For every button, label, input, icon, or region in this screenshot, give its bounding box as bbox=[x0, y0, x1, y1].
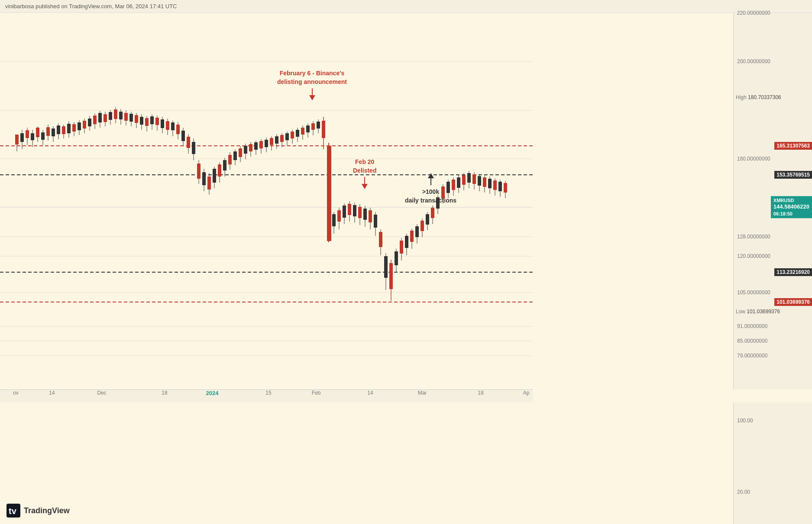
price-85: 85.00000000 bbox=[737, 338, 767, 344]
svg-rect-157 bbox=[379, 232, 382, 247]
svg-rect-17 bbox=[15, 135, 19, 145]
svg-rect-113 bbox=[265, 140, 268, 147]
price-axis: 220.00000000 200.00000000 High 180.70337… bbox=[733, 13, 812, 389]
svg-rect-155 bbox=[374, 215, 377, 228]
svg-rect-23 bbox=[31, 133, 34, 140]
svg-rect-51 bbox=[104, 114, 107, 122]
svg-rect-61 bbox=[129, 114, 133, 122]
price-badge-red-bottom: 101.03699376 bbox=[774, 298, 812, 306]
svg-rect-119 bbox=[280, 135, 284, 142]
svg-rect-189 bbox=[462, 175, 466, 185]
svg-rect-131 bbox=[311, 123, 315, 130]
svg-rect-169 bbox=[410, 231, 414, 242]
chart-container: vinibarbosa published on TradingView.com… bbox=[0, 0, 812, 524]
svg-rect-159 bbox=[384, 256, 388, 278]
svg-rect-105 bbox=[244, 146, 247, 154]
low-label: Low 101.03699376 bbox=[736, 309, 780, 315]
price-200: 200.00000000 bbox=[737, 58, 770, 64]
price-91: 91.00000000 bbox=[737, 323, 767, 329]
price-128: 128.00000000 bbox=[737, 234, 770, 240]
svg-rect-127 bbox=[301, 128, 304, 135]
svg-rect-95 bbox=[218, 164, 221, 177]
svg-rect-199 bbox=[488, 179, 492, 188]
svg-rect-55 bbox=[114, 109, 117, 119]
time-nov: ov bbox=[13, 390, 19, 396]
svg-rect-135 bbox=[322, 121, 325, 138]
svg-rect-101 bbox=[233, 151, 237, 160]
svg-rect-99 bbox=[228, 155, 232, 164]
current-price: 144.58406220 bbox=[773, 204, 809, 211]
time-14-nov: 14 bbox=[49, 390, 55, 396]
svg-rect-87 bbox=[197, 164, 201, 179]
time-14-feb: 14 bbox=[367, 390, 373, 396]
svg-rect-25 bbox=[36, 128, 39, 137]
svg-rect-73 bbox=[161, 119, 164, 128]
svg-rect-77 bbox=[171, 122, 175, 130]
current-price-badge: XMRUSD 144.58406220 06:18:50 bbox=[771, 196, 812, 218]
svg-rect-37 bbox=[67, 124, 71, 133]
svg-rect-63 bbox=[135, 115, 138, 123]
svg-rect-49 bbox=[98, 113, 102, 122]
svg-rect-45 bbox=[88, 119, 91, 126]
svg-rect-167 bbox=[405, 236, 408, 248]
vol-price-20: 20.00 bbox=[737, 489, 750, 495]
published-info: vinibarbosa published on TradingView.com… bbox=[5, 3, 177, 10]
svg-rect-21 bbox=[26, 130, 29, 138]
svg-rect-19 bbox=[20, 133, 24, 142]
svg-rect-71 bbox=[155, 118, 159, 125]
time-axis: ov 14 Dec 18 2024 15 Feb 14 Mar 18 Ap bbox=[0, 389, 533, 402]
price-160: 160.00000000 bbox=[737, 156, 770, 162]
transactions-annotation: >100k daily transactions bbox=[405, 173, 456, 205]
high-label: High 180.70337306 bbox=[736, 94, 781, 100]
svg-rect-149 bbox=[358, 207, 362, 218]
time-18-dec: 18 bbox=[162, 390, 167, 396]
svg-rect-35 bbox=[62, 126, 65, 134]
svg-rect-33 bbox=[57, 125, 60, 134]
time-feb: Feb bbox=[312, 390, 321, 396]
svg-rect-79 bbox=[176, 125, 180, 134]
svg-rect-111 bbox=[259, 141, 263, 148]
svg-rect-133 bbox=[317, 122, 320, 129]
svg-rect-53 bbox=[109, 112, 112, 120]
bottom-price-axis: 100.00 20.00 bbox=[733, 402, 812, 524]
svg-rect-163 bbox=[395, 251, 398, 265]
svg-rect-65 bbox=[140, 117, 143, 125]
price-105: 105.00000000 bbox=[737, 289, 770, 296]
svg-rect-81 bbox=[181, 131, 185, 141]
svg-rect-85 bbox=[192, 142, 195, 154]
price-badge-black-top: 153.35769515 bbox=[774, 171, 812, 179]
svg-rect-175 bbox=[426, 214, 429, 225]
svg-rect-173 bbox=[421, 221, 424, 231]
svg-rect-187 bbox=[457, 177, 460, 188]
svg-rect-31 bbox=[52, 129, 55, 136]
svg-rect-139 bbox=[332, 214, 336, 226]
current-time: 06:18:50 bbox=[773, 211, 809, 217]
price-79: 79.00000000 bbox=[737, 353, 767, 359]
svg-rect-177 bbox=[431, 208, 434, 218]
svg-rect-141 bbox=[337, 210, 341, 222]
svg-rect-147 bbox=[353, 205, 356, 216]
svg-rect-27 bbox=[41, 132, 45, 140]
svg-rect-29 bbox=[46, 127, 50, 136]
price-badge-red-top: 165.31307563 bbox=[774, 142, 812, 150]
svg-rect-191 bbox=[467, 173, 471, 183]
svg-rect-89 bbox=[202, 172, 206, 185]
feb20-annotation: Feb 20 Delisted bbox=[353, 158, 376, 193]
svg-rect-107 bbox=[249, 144, 252, 151]
svg-rect-41 bbox=[78, 122, 81, 130]
svg-rect-203 bbox=[498, 182, 502, 191]
svg-rect-67 bbox=[145, 118, 149, 126]
top-bar: vinibarbosa published on TradingView.com… bbox=[0, 0, 812, 13]
price-120: 120.00000000 bbox=[737, 253, 770, 259]
svg-rect-57 bbox=[119, 112, 123, 119]
price-220: 220.00000000 bbox=[737, 10, 770, 16]
svg-rect-69 bbox=[150, 116, 154, 124]
svg-rect-165 bbox=[400, 241, 403, 254]
time-2024: 2024 bbox=[206, 390, 219, 396]
svg-rect-193 bbox=[472, 174, 476, 184]
svg-rect-43 bbox=[83, 121, 86, 129]
svg-marker-209 bbox=[362, 184, 368, 189]
time-dec: Dec bbox=[97, 390, 106, 396]
svg-rect-129 bbox=[306, 125, 310, 132]
svg-rect-39 bbox=[72, 124, 76, 132]
